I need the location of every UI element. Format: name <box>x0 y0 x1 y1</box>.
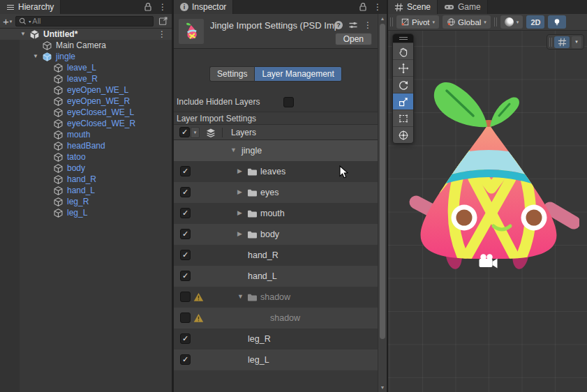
kebab-menu-icon[interactable]: ⋮ <box>158 3 167 11</box>
hierarchy-item-eyeopen-we-r[interactable]: ▶ eyeOpen_WE_R <box>0 96 172 107</box>
layer-checkbox[interactable]: ✓ <box>180 229 191 239</box>
presets-icon[interactable] <box>348 20 358 30</box>
layer-row-eyes[interactable]: ✓ ▶ eyes <box>174 182 378 203</box>
layer-row-mouth[interactable]: ✓ ▶ mouth <box>174 203 378 224</box>
lock-icon[interactable] <box>359 2 367 12</box>
layer-checkbox[interactable]: ✓ <box>180 250 191 260</box>
scale-tool-button[interactable] <box>393 93 413 110</box>
hierarchy-item-hand-l[interactable]: ▶ hand_L <box>0 185 172 196</box>
scrollbar-thumb[interactable] <box>380 24 385 339</box>
hierarchy-item-headband[interactable]: ▶ headBand <box>0 140 172 151</box>
chevron-down-icon[interactable]: ▼ <box>31 54 40 59</box>
hierarchy-item-main-camera[interactable]: ▶ Main Camera <box>0 40 172 51</box>
kebab-menu-icon[interactable]: ⋮ <box>373 3 382 11</box>
layer-row-jingle-root[interactable]: ▼ jingle <box>174 140 378 161</box>
transform-tool-button[interactable] <box>393 126 413 143</box>
chevron-right-icon[interactable]: ▶ <box>237 168 242 174</box>
hierarchy-item-eyeclosed-we-r[interactable]: ▶ eyeClosed_WE_R <box>0 118 172 129</box>
open-button[interactable]: Open <box>335 33 372 45</box>
scene-canvas[interactable]: ▾ <box>388 31 587 392</box>
tab-inspector[interactable]: i Inspector <box>174 0 233 14</box>
hierarchy-item-body[interactable]: ▶ body <box>0 163 172 174</box>
global-toggle-button[interactable]: Global ▾ <box>443 15 491 29</box>
hierarchy-item-leg-r[interactable]: ▶ leg_R <box>0 196 172 207</box>
hierarchy-item-tatoo[interactable]: ▶ tatoo <box>0 151 172 163</box>
cube-icon <box>52 174 64 185</box>
include-hidden-layers-checkbox[interactable]: ✓ <box>283 97 294 107</box>
layer-row-hand-r[interactable]: ✓ hand_R <box>174 245 378 266</box>
chevron-down-icon[interactable]: ▼ <box>237 294 244 300</box>
layer-checkbox[interactable]: ✓ <box>180 333 191 344</box>
chevron-right-icon[interactable]: ▶ <box>237 210 242 216</box>
hierarchy-item-eyeclosed-we-l[interactable]: ▶ eyeClosed_WE_L <box>0 107 172 118</box>
rect-tool-button[interactable] <box>393 110 413 126</box>
hierarchy-item-hand-r[interactable]: ▶ hand_R <box>0 174 172 185</box>
move-tool-button[interactable] <box>393 59 413 76</box>
layer-row-shadow[interactable]: ✓ shadow <box>174 308 378 329</box>
kebab-menu-icon[interactable]: ⋮ <box>158 30 166 38</box>
chevron-down-icon[interactable]: ▼ <box>230 147 237 153</box>
layer-checkbox[interactable]: ✓ <box>180 292 191 302</box>
chevron-down-icon[interactable]: ▼ <box>18 31 28 37</box>
layer-checkbox[interactable]: ✓ <box>180 312 191 323</box>
hierarchy-item-jingle[interactable]: ▼ jingle <box>0 51 172 62</box>
help-icon[interactable]: ? <box>334 21 343 29</box>
shading-mode-button[interactable]: ▾ <box>500 15 523 29</box>
open-window-icon[interactable] <box>157 15 169 27</box>
layers-column-label: Layers <box>231 128 256 137</box>
layer-row-leg-r[interactable]: ✓ leg_R <box>174 329 378 349</box>
import-mode-tabs: Settings Layer Management <box>174 49 378 82</box>
scene-lighting-button[interactable] <box>548 15 566 29</box>
panel-divider[interactable] <box>172 0 174 392</box>
grid-visibility-button[interactable] <box>554 36 570 48</box>
kebab-menu-icon[interactable]: ⋮ <box>364 21 372 29</box>
move-tool-icon <box>398 63 409 74</box>
toolbar-grip[interactable] <box>390 17 393 27</box>
layer-checkbox[interactable]: ✓ <box>180 187 191 197</box>
cube-icon <box>52 163 64 174</box>
overlay-grip[interactable] <box>549 38 552 47</box>
toggle-all-dropdown[interactable]: ▾ <box>191 127 200 138</box>
hierarchy-item-leave-l[interactable]: ▶ leave_L <box>0 62 172 73</box>
chevron-right-icon[interactable]: ▶ <box>237 189 242 195</box>
shaded-sphere-icon <box>505 17 514 27</box>
layer-checkbox[interactable]: ✓ <box>180 166 191 176</box>
hierarchy-item-leg-l[interactable]: ▶ leg_L <box>0 207 172 218</box>
hierarchy-item-mouth[interactable]: ▶ mouth <box>0 129 172 140</box>
hierarchy-item-leave-r[interactable]: ▶ leave_R <box>0 73 172 84</box>
hierarchy-scene-row[interactable]: ▼ Untitled* ⋮ <box>0 29 172 40</box>
tab-layer-management[interactable]: Layer Management <box>254 66 341 82</box>
inspector-scrollbar[interactable]: ▲ ▼ <box>378 14 387 392</box>
scroll-up-arrow-icon[interactable]: ▲ <box>378 16 387 21</box>
layer-row-body[interactable]: ✓ ▶ body <box>174 224 378 245</box>
tab-hierarchy[interactable]: Hierarchy <box>0 0 61 14</box>
hierarchy-item-label: jingle <box>53 52 75 61</box>
layer-row-shadow-group[interactable]: ✓ ▼ shadow <box>174 287 378 308</box>
tab-scene[interactable]: Scene <box>388 0 438 14</box>
layer-checkbox[interactable]: ✓ <box>180 354 191 365</box>
tab-settings[interactable]: Settings <box>209 66 254 82</box>
tab-game[interactable]: Game <box>438 0 488 14</box>
layer-checkbox[interactable]: ✓ <box>180 208 191 218</box>
chevron-right-icon[interactable]: ▶ <box>237 231 242 237</box>
scroll-down-arrow-icon[interactable]: ▼ <box>378 385 387 390</box>
overlay-drag-handle[interactable] <box>393 34 413 43</box>
lock-icon[interactable] <box>144 2 152 12</box>
layer-row-leg-l[interactable]: ✓ leg_L <box>174 349 378 370</box>
toolbar-grip[interactable] <box>494 17 497 27</box>
toggle-all-checkbox[interactable]: ✓ <box>179 127 190 137</box>
grid-options-dropdown[interactable]: ▾ <box>572 36 581 48</box>
hierarchy-item-label: eyeOpen_WE_L <box>64 85 128 95</box>
layer-checkbox[interactable]: ✓ <box>180 271 191 281</box>
panel-divider[interactable] <box>387 0 388 392</box>
layer-row-hand-l[interactable]: ✓ hand_L <box>174 266 378 287</box>
hand-tool-button[interactable] <box>393 43 413 59</box>
hierarchy-item-label: headBand <box>64 141 105 151</box>
pivot-toggle-button[interactable]: Pivot ▾ <box>396 15 439 29</box>
jingle-character-sprite[interactable] <box>398 75 579 278</box>
2d-mode-button[interactable]: 2D <box>526 15 544 29</box>
search-input[interactable]: ▾ All <box>15 16 154 27</box>
hierarchy-item-eyeopen-we-l[interactable]: ▶ eyeOpen_WE_L <box>0 84 172 96</box>
add-object-button[interactable]: +▾ <box>3 16 12 27</box>
rotate-tool-button[interactable] <box>393 76 413 93</box>
